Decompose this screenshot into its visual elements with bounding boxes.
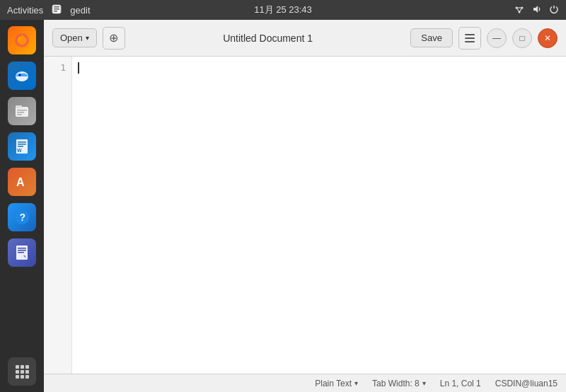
menu-line-1 bbox=[465, 34, 475, 35]
svg-rect-40 bbox=[25, 375, 29, 379]
tab-width-label: Tab Width: 8 bbox=[372, 379, 420, 388]
text-cursor bbox=[78, 62, 79, 74]
main-layout: W A ? bbox=[0, 20, 566, 392]
language-selector[interactable]: Plain Text ▾ bbox=[315, 379, 358, 388]
menu-line-2 bbox=[465, 38, 475, 39]
cursor-position: Ln 1, Col 1 bbox=[440, 379, 481, 388]
new-tab-button[interactable]: ⊕ bbox=[103, 27, 125, 50]
svg-text:W: W bbox=[17, 148, 22, 153]
position-label: Ln 1, Col 1 bbox=[440, 379, 481, 388]
menu-line-3 bbox=[465, 41, 475, 42]
cursor-line bbox=[78, 61, 560, 74]
system-bar-left: Activities gedit bbox=[7, 4, 91, 16]
svg-rect-34 bbox=[25, 365, 29, 369]
svg-marker-10 bbox=[533, 6, 538, 13]
document-title: Untitled Document 1 bbox=[131, 33, 405, 44]
svg-rect-17 bbox=[17, 110, 27, 111]
activities-label[interactable]: Activities bbox=[7, 5, 43, 16]
dock-item-writer[interactable]: W bbox=[6, 130, 38, 163]
close-icon: ✕ bbox=[544, 33, 551, 43]
power-icon[interactable] bbox=[549, 4, 559, 16]
minimize-button[interactable]: — bbox=[487, 28, 507, 48]
dock-item-firefox[interactable] bbox=[6, 24, 38, 57]
maximize-button[interactable]: □ bbox=[512, 28, 532, 48]
maximize-icon: □ bbox=[519, 33, 524, 43]
app-name-label: gedit bbox=[70, 5, 90, 16]
open-label: Open bbox=[60, 33, 83, 43]
svg-rect-33 bbox=[21, 365, 24, 369]
svg-rect-18 bbox=[17, 112, 24, 113]
svg-rect-22 bbox=[18, 144, 26, 145]
svg-rect-23 bbox=[18, 146, 23, 147]
open-chevron-icon: ▾ bbox=[86, 34, 89, 42]
title-bar: Open ▾ ⊕ Untitled Document 1 Save — □ ✕ bbox=[44, 20, 566, 57]
language-label: Plain Text bbox=[315, 379, 352, 388]
svg-rect-32 bbox=[16, 365, 19, 369]
gedit-bar-icon bbox=[52, 4, 62, 16]
volume-icon[interactable] bbox=[532, 4, 542, 16]
svg-text:A: A bbox=[16, 176, 25, 188]
system-bar: Activities gedit 11月 25 23:43 bbox=[0, 0, 566, 20]
dock-item-grid[interactable] bbox=[6, 355, 38, 388]
svg-rect-1 bbox=[54, 6, 59, 8]
svg-rect-31 bbox=[18, 252, 24, 253]
app-window: Open ▾ ⊕ Untitled Document 1 Save — □ ✕ bbox=[44, 20, 566, 392]
svg-line-7 bbox=[516, 8, 519, 12]
open-button[interactable]: Open ▾ bbox=[52, 28, 97, 47]
minimize-icon: — bbox=[492, 33, 501, 43]
svg-rect-3 bbox=[54, 11, 57, 12]
datetime-label: 11月 25 23:43 bbox=[254, 4, 312, 16]
svg-rect-39 bbox=[21, 375, 24, 379]
svg-rect-37 bbox=[25, 370, 29, 374]
editor-area: 1 bbox=[44, 57, 566, 374]
svg-line-8 bbox=[519, 8, 522, 12]
svg-rect-19 bbox=[17, 114, 22, 115]
svg-rect-16 bbox=[16, 105, 22, 108]
hamburger-menu-button[interactable] bbox=[458, 27, 481, 50]
new-tab-icon: ⊕ bbox=[109, 31, 118, 45]
svg-point-14 bbox=[19, 74, 21, 76]
dock-item-notes[interactable] bbox=[6, 236, 38, 269]
svg-rect-38 bbox=[16, 375, 19, 379]
svg-text:?: ? bbox=[20, 212, 26, 223]
user-info: CSDIN@liuan15 bbox=[495, 379, 558, 388]
language-chevron-icon: ▾ bbox=[354, 379, 358, 387]
system-bar-right bbox=[514, 4, 559, 16]
svg-rect-29 bbox=[18, 248, 26, 249]
dock-item-files[interactable] bbox=[6, 95, 38, 127]
svg-rect-36 bbox=[21, 370, 24, 374]
svg-rect-2 bbox=[54, 8, 59, 10]
dock: W A ? bbox=[0, 20, 44, 392]
close-button[interactable]: ✕ bbox=[538, 28, 558, 48]
svg-rect-35 bbox=[16, 370, 19, 374]
svg-rect-21 bbox=[18, 142, 26, 143]
tab-width-selector[interactable]: Tab Width: 8 ▾ bbox=[372, 379, 426, 388]
user-info-label: CSDIN@liuan15 bbox=[495, 379, 558, 388]
save-button[interactable]: Save bbox=[410, 28, 453, 47]
status-bar: Plain Text ▾ Tab Width: 8 ▾ Ln 1, Col 1 … bbox=[44, 374, 566, 392]
line-numbers: 1 bbox=[44, 57, 72, 374]
svg-rect-30 bbox=[18, 250, 26, 251]
editor-content[interactable] bbox=[72, 57, 566, 374]
dock-item-thunderbird[interactable] bbox=[6, 59, 38, 92]
dock-item-appstore[interactable]: A bbox=[6, 166, 38, 198]
line-num-1: 1 bbox=[44, 61, 71, 75]
dock-item-help[interactable]: ? bbox=[6, 201, 38, 234]
network-icon[interactable] bbox=[514, 4, 525, 16]
tab-width-chevron-icon: ▾ bbox=[422, 379, 426, 387]
